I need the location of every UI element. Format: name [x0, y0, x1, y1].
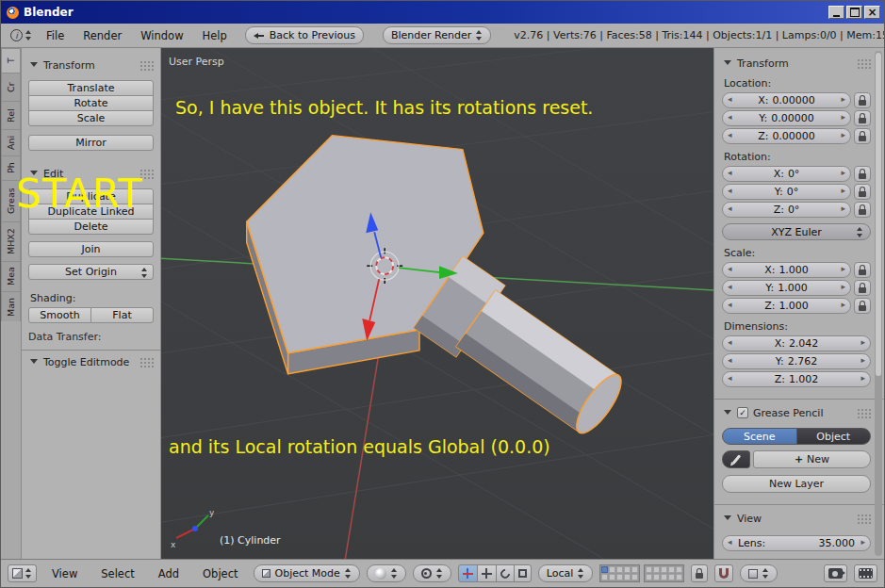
- layer-cell[interactable]: [616, 566, 623, 573]
- layer-cell[interactable]: [676, 566, 682, 573]
- lock-location-y-button[interactable]: [854, 110, 871, 126]
- panel-grip-icon[interactable]: [139, 60, 154, 71]
- menu-help[interactable]: Help: [194, 29, 236, 42]
- lock-scale-x-button[interactable]: [854, 262, 871, 278]
- snap-toggle-button[interactable]: [714, 564, 733, 582]
- toggle-editmode-panel-header[interactable]: Toggle Editmode: [28, 354, 154, 369]
- editor-type-select[interactable]: [8, 564, 37, 582]
- panel-grip-icon[interactable]: [857, 514, 871, 524]
- layer-cell[interactable]: [661, 574, 667, 580]
- menu-view[interactable]: View: [43, 567, 86, 580]
- lock-rotation-z-button[interactable]: [854, 202, 871, 218]
- data-transfer-panel-header[interactable]: Data Transfer:: [28, 331, 154, 342]
- layers-widget[interactable]: [599, 564, 684, 582]
- menu-select[interactable]: Select: [92, 567, 142, 580]
- layer-cell[interactable]: [609, 574, 615, 580]
- transform-panel-header[interactable]: Transform: [28, 57, 154, 73]
- layer-cell[interactable]: [668, 574, 675, 580]
- scale-x-field[interactable]: X:1.000: [722, 262, 851, 278]
- lock-scale-z-button[interactable]: [854, 298, 871, 314]
- delete-button[interactable]: Delete: [28, 219, 154, 235]
- layer-cell[interactable]: [624, 566, 631, 573]
- menu-window[interactable]: Window: [132, 29, 191, 42]
- layer-cell[interactable]: [601, 574, 608, 580]
- layer-cell[interactable]: [653, 574, 660, 580]
- scale-z-field[interactable]: Z:1.000: [722, 298, 851, 314]
- rotation-z-field[interactable]: Z:0°: [722, 202, 851, 218]
- menu-object[interactable]: Object: [194, 567, 246, 580]
- manipulator-translate-button[interactable]: [477, 564, 497, 582]
- grease-pencil-checkbox[interactable]: [737, 407, 748, 418]
- mirror-button[interactable]: Mirror: [28, 135, 154, 151]
- lock-rotation-y-button[interactable]: [854, 184, 871, 200]
- rotation-mode-select[interactable]: XYZ Euler: [722, 223, 871, 240]
- panel-grip-icon[interactable]: [139, 357, 154, 368]
- layer-cell[interactable]: [646, 574, 652, 580]
- location-y-field[interactable]: Y:0.00000: [722, 110, 851, 126]
- layers-grid-right[interactable]: [644, 564, 684, 582]
- location-z-field[interactable]: Z:0.00000: [722, 128, 851, 144]
- gp-datablock-button[interactable]: [722, 450, 750, 468]
- view-panel-header[interactable]: View: [722, 511, 871, 526]
- lock-scale-y-button[interactable]: [854, 280, 871, 296]
- layer-cell[interactable]: [601, 566, 608, 573]
- opengl-render-image-button[interactable]: [824, 564, 847, 582]
- viewport-shading-select[interactable]: [367, 564, 406, 582]
- gp-new-layer-button[interactable]: New Layer: [722, 475, 871, 493]
- layer-cell[interactable]: [668, 566, 675, 573]
- lock-location-x-button[interactable]: [854, 92, 871, 108]
- layer-cell[interactable]: [653, 566, 660, 573]
- layer-cell[interactable]: [624, 574, 631, 580]
- panel-grip-icon[interactable]: [857, 58, 871, 69]
- panel-grip-icon[interactable]: [857, 408, 871, 418]
- lens-field[interactable]: Lens: 35.000: [722, 535, 871, 551]
- dimensions-z-field[interactable]: Z:1.002: [722, 371, 871, 387]
- location-x-field[interactable]: X:0.00000: [722, 92, 851, 108]
- viewport-canvas[interactable]: [161, 48, 713, 559]
- mode-select[interactable]: Object Mode: [254, 564, 360, 582]
- lock-rotation-x-button[interactable]: [854, 166, 871, 182]
- menu-render[interactable]: Render: [74, 29, 130, 42]
- dimensions-x-field[interactable]: X:2.042: [722, 335, 871, 351]
- scale-y-field[interactable]: Y:1.000: [722, 280, 851, 296]
- scale-button[interactable]: Scale: [28, 110, 154, 126]
- lock-to-scene-button[interactable]: [691, 564, 708, 582]
- layer-cell[interactable]: [646, 566, 652, 573]
- rotate-button[interactable]: Rotate: [28, 95, 154, 111]
- scrollbar-thumb[interactable]: [876, 53, 881, 376]
- gp-source-object-button[interactable]: Object: [796, 428, 872, 445]
- layer-cell[interactable]: [609, 566, 615, 573]
- menu-file[interactable]: File: [38, 29, 73, 42]
- viewport-3d[interactable]: User Persp So, I have this object. It ha…: [161, 48, 713, 559]
- scrollbar[interactable]: [875, 51, 882, 556]
- manipulator-toggle-button[interactable]: [458, 564, 478, 582]
- tab-measure[interactable]: Mea: [1, 261, 21, 291]
- layer-cell[interactable]: [616, 574, 623, 580]
- layer-cell[interactable]: [661, 566, 667, 573]
- layer-cell[interactable]: [631, 574, 638, 580]
- translate-button[interactable]: Translate: [28, 80, 154, 96]
- pivot-point-select[interactable]: [413, 564, 451, 582]
- gp-source-scene-button[interactable]: Scene: [722, 428, 797, 445]
- snap-element-select[interactable]: [740, 564, 778, 582]
- render-engine-select[interactable]: Blender Render: [383, 26, 491, 44]
- lock-location-z-button[interactable]: [854, 128, 871, 144]
- transform-panel-header[interactable]: Transform: [722, 56, 871, 71]
- maximize-button[interactable]: [846, 6, 862, 19]
- tab-tools[interactable]: T: [1, 48, 21, 73]
- gp-new-button[interactable]: New: [753, 450, 871, 468]
- tab-relations[interactable]: Rel: [1, 101, 21, 129]
- layer-cell[interactable]: [631, 566, 638, 573]
- tab-mhx2[interactable]: MHX2: [1, 221, 21, 261]
- smooth-button[interactable]: Smooth: [28, 307, 91, 323]
- transform-orientation-select[interactable]: Local: [538, 564, 594, 582]
- join-button[interactable]: Join: [28, 241, 154, 257]
- layers-grid-left[interactable]: [599, 564, 640, 582]
- menu-add[interactable]: Add: [150, 567, 188, 580]
- minimize-button[interactable]: [828, 6, 844, 19]
- tab-create[interactable]: Cr: [1, 73, 21, 101]
- manipulator-rotate-button[interactable]: [496, 564, 515, 582]
- rotation-y-field[interactable]: Y:0°: [722, 184, 851, 200]
- editor-type-info-button[interactable]: [7, 26, 36, 44]
- close-button[interactable]: [864, 6, 880, 19]
